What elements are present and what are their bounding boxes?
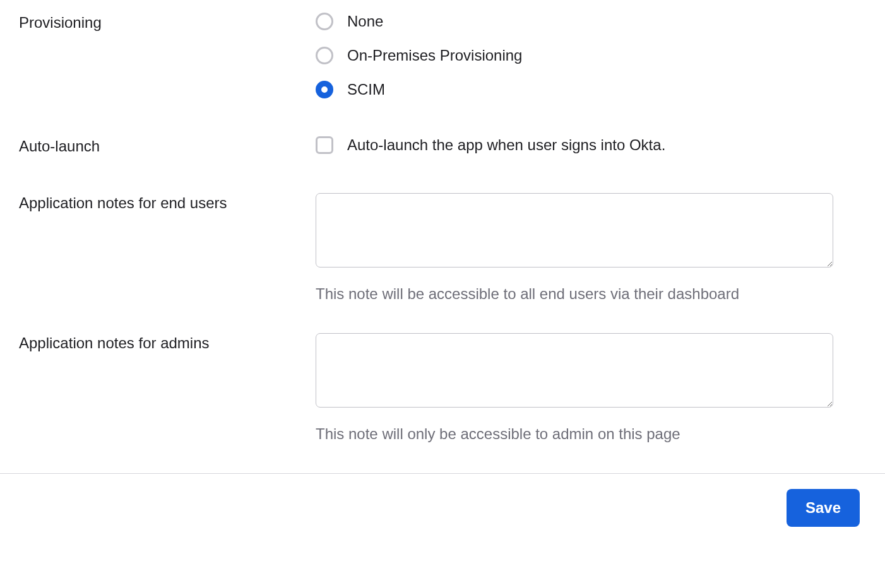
auto-launch-label: Auto-launch (0, 136, 316, 155)
radio-label: On-Premises Provisioning (347, 47, 522, 64)
provisioning-radio-onprem[interactable]: On-Premises Provisioning (316, 47, 860, 64)
notes-end-users-controls: This note will be accessible to all end … (316, 193, 885, 303)
auto-launch-checkbox[interactable]: Auto-launch the app when user signs into… (316, 136, 860, 154)
notes-admins-textarea[interactable] (316, 333, 833, 408)
notes-admins-label: Application notes for admins (0, 333, 316, 352)
radio-label: SCIM (347, 81, 385, 98)
notes-end-users-help: This note will be accessible to all end … (316, 285, 860, 303)
save-button[interactable]: Save (787, 489, 860, 527)
provisioning-label: Provisioning (0, 13, 316, 32)
provisioning-controls: None On-Premises Provisioning SCIM (316, 13, 885, 98)
notes-admins-controls: This note will only be accessible to adm… (316, 333, 885, 443)
radio-icon (316, 47, 333, 64)
settings-form: Provisioning None On-Premises Provisioni… (0, 0, 885, 443)
provisioning-radio-scim[interactable]: SCIM (316, 81, 860, 98)
radio-label: None (347, 13, 383, 30)
provisioning-row: Provisioning None On-Premises Provisioni… (0, 13, 885, 98)
notes-end-users-label: Application notes for end users (0, 193, 316, 212)
checkbox-icon (316, 136, 333, 154)
provisioning-radio-none[interactable]: None (316, 13, 860, 30)
auto-launch-row: Auto-launch Auto-launch the app when use… (0, 136, 885, 155)
auto-launch-controls: Auto-launch the app when user signs into… (316, 136, 885, 154)
radio-icon (316, 81, 333, 98)
notes-admins-help: This note will only be accessible to adm… (316, 425, 860, 443)
notes-admins-row: Application notes for admins This note w… (0, 333, 885, 443)
notes-end-users-row: Application notes for end users This not… (0, 193, 885, 303)
provisioning-radio-group: None On-Premises Provisioning SCIM (316, 13, 860, 98)
checkbox-label: Auto-launch the app when user signs into… (347, 136, 665, 154)
form-footer: Save (0, 473, 885, 542)
notes-end-users-textarea[interactable] (316, 193, 833, 268)
radio-icon (316, 13, 333, 30)
